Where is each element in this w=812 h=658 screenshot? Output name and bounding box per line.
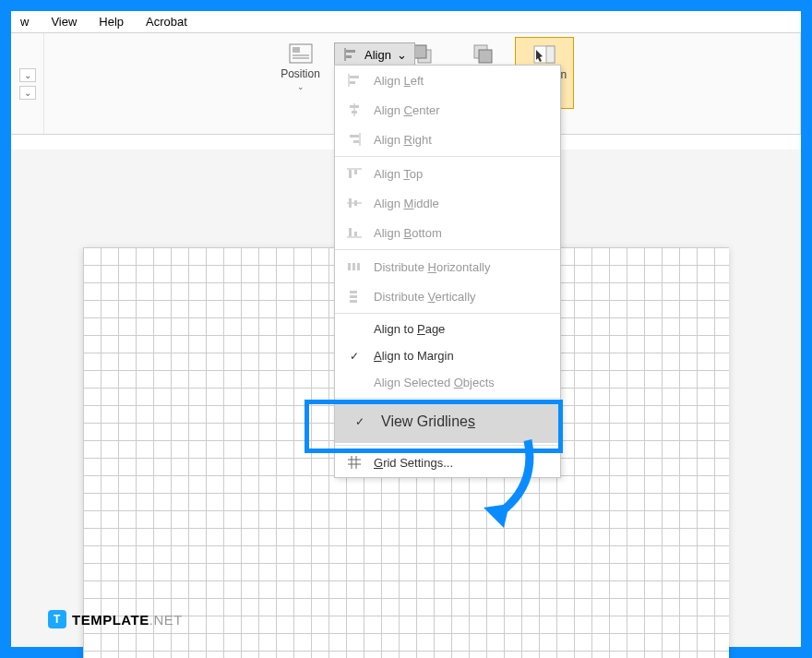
align-right-item[interactable]: Align Right [335, 125, 560, 154]
align-center-icon [346, 102, 363, 118]
svg-rect-12 [346, 55, 352, 58]
svg-rect-7 [479, 50, 492, 63]
watermark-badge-icon: T [48, 610, 66, 628]
svg-rect-1 [293, 47, 300, 53]
align-left-icon [346, 72, 363, 89]
svg-rect-24 [354, 170, 357, 174]
svg-rect-18 [352, 111, 357, 114]
svg-rect-31 [348, 263, 351, 270]
svg-rect-33 [357, 263, 360, 270]
align-selected-objects-item[interactable]: Align Selected Objects [335, 369, 560, 396]
svg-rect-21 [353, 140, 359, 143]
position-icon [288, 41, 314, 66]
menu-item[interactable]: w [20, 15, 29, 29]
distribute-v-icon [346, 288, 363, 305]
grid-settings-item[interactable]: Grid Settings... [335, 448, 560, 477]
qat-chevron-icon[interactable]: ⌄ [19, 68, 36, 82]
svg-rect-35 [350, 295, 357, 298]
svg-rect-30 [354, 232, 357, 236]
svg-rect-17 [350, 105, 359, 108]
align-top-item[interactable]: Align Top [335, 159, 560, 188]
align-top-icon [346, 165, 363, 182]
svg-rect-36 [350, 300, 357, 303]
svg-rect-15 [350, 81, 355, 84]
distribute-h-icon [346, 258, 363, 275]
svg-rect-20 [350, 135, 359, 138]
check-icon: ✓ [346, 350, 363, 363]
align-middle-item[interactable]: Align Middle [335, 188, 560, 218]
svg-rect-23 [349, 170, 352, 178]
distribute-vertically-item[interactable]: Distribute Vertically [335, 281, 560, 311]
menubar: w View Help Acrobat [11, 11, 801, 33]
svg-rect-14 [350, 76, 359, 78]
align-button[interactable]: Align ⌄ [334, 42, 415, 66]
svg-rect-27 [354, 200, 357, 206]
position-button[interactable]: Position⌄ [271, 37, 330, 109]
align-bottom-icon [346, 224, 363, 241]
align-left-item[interactable]: Align Left [335, 66, 560, 95]
align-center-item[interactable]: Align Center [335, 95, 560, 125]
svg-rect-26 [349, 198, 352, 208]
selection-pane-icon [531, 42, 557, 67]
align-bottom-item[interactable]: Align Bottom [335, 218, 560, 247]
menu-acrobat[interactable]: Acrobat [146, 15, 187, 29]
svg-rect-11 [346, 50, 355, 53]
svg-rect-29 [349, 228, 352, 236]
align-dropdown: Align Left Align Center Align Right Alig… [334, 65, 561, 478]
check-icon: ✓ [352, 415, 368, 428]
svg-rect-9 [546, 46, 555, 63]
align-to-margin-item[interactable]: ✓ Align to Margin [335, 342, 560, 369]
quick-access: ⌄ ⌄ [11, 33, 44, 134]
send-backward-icon [471, 41, 496, 66]
watermark: T TEMPLATE.NET [48, 610, 183, 628]
distribute-horizontally-item[interactable]: Distribute Horizontally [335, 252, 560, 281]
menu-help[interactable]: Help [99, 15, 124, 29]
align-middle-icon [346, 195, 363, 211]
align-icon [342, 46, 359, 63]
view-gridlines-item[interactable]: ✓ View Gridlines [335, 401, 560, 443]
svg-rect-32 [352, 263, 355, 270]
grid-icon [346, 454, 363, 471]
align-right-icon [346, 131, 363, 148]
align-to-page-item[interactable]: Align to Page [335, 316, 560, 342]
svg-rect-34 [350, 291, 357, 293]
qat-chevron-icon[interactable]: ⌄ [19, 86, 36, 100]
menu-view[interactable]: View [51, 15, 77, 29]
